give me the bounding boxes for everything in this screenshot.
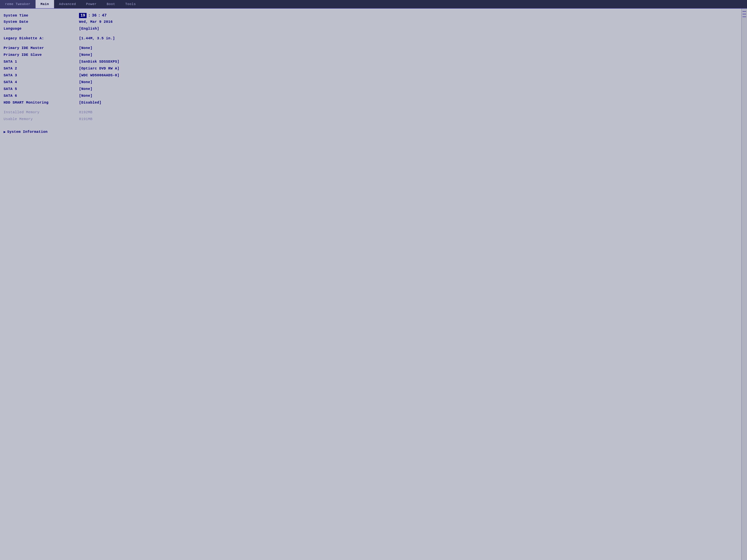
sata2-label: SATA 2: [4, 66, 79, 71]
primary-ide-master-value[interactable]: [None]: [79, 46, 93, 50]
menu-item-extreme-tweaker[interactable]: reme Tweaker: [0, 0, 35, 8]
sata2-row: SATA 2 [Optiarc DVD RW A]: [4, 66, 738, 72]
sata3-row: SATA 3 [WDC WD5000AADS-0]: [4, 73, 738, 79]
legacy-diskette-label: Legacy Diskette A:: [4, 36, 79, 41]
time-second: 47: [102, 13, 106, 18]
sata4-value[interactable]: [None]: [79, 80, 93, 84]
left-panel: System Time 19 : 36 : 47 System Date Wed…: [0, 9, 741, 560]
installed-memory-value: 8192MB: [79, 110, 93, 114]
usable-memory-value: 8191MB: [79, 117, 93, 121]
system-time-label: System Time: [4, 14, 79, 18]
system-date-value: Wed, Mar 9 2016: [79, 20, 113, 24]
installed-memory-row: Installed Memory 8192MB: [4, 110, 738, 116]
sata6-row: SATA 6 [None]: [4, 94, 738, 100]
language-label: Language: [4, 27, 79, 31]
sidebar-marker-2: [743, 14, 746, 15]
menu-item-boot[interactable]: Boot: [102, 0, 120, 8]
system-time-value: 19 : 36 : 47: [79, 13, 107, 18]
sata4-label: SATA 4: [4, 80, 79, 84]
legacy-diskette-row: Legacy Diskette A: [1.44M, 3.5 in.]: [4, 36, 738, 42]
menu-item-power[interactable]: Power: [81, 0, 102, 8]
primary-ide-slave-label: Primary IDE Slave: [4, 53, 79, 57]
system-date-label: System Date: [4, 20, 79, 24]
language-row: Language [English]: [4, 27, 738, 32]
system-information-link[interactable]: ▶ System Information: [4, 130, 738, 134]
menu-item-advanced[interactable]: Advanced: [54, 0, 81, 8]
primary-ide-master-label: Primary IDE Master: [4, 46, 79, 50]
time-sep1: :: [88, 13, 90, 18]
time-hour[interactable]: 19: [79, 13, 86, 18]
hdd-smart-row: HDD SMART Monitoring [Disabled]: [4, 101, 738, 106]
time-minute: 36: [92, 13, 97, 18]
sata6-value[interactable]: [None]: [79, 94, 93, 98]
installed-memory-label: Installed Memory: [4, 110, 79, 114]
usable-memory-label: Usable Memory: [4, 117, 79, 121]
system-time-row: System Time 19 : 36 : 47: [4, 13, 738, 19]
menu-item-main[interactable]: Main: [35, 0, 54, 8]
hdd-smart-label: HDD SMART Monitoring: [4, 101, 79, 105]
sata5-label: SATA 5: [4, 87, 79, 91]
sidebar-marker-3: [743, 17, 746, 17]
sata3-label: SATA 3: [4, 73, 79, 77]
sata5-value[interactable]: [None]: [79, 87, 93, 91]
sata1-value[interactable]: [SanDisk SDSSDXPS]: [79, 60, 120, 64]
sata1-row: SATA 1 [SanDisk SDSSDXPS]: [4, 60, 738, 65]
usable-memory-row: Usable Memory 8191MB: [4, 117, 738, 123]
sidebar-marker-1: [743, 11, 746, 12]
hdd-smart-value[interactable]: [Disabled]: [79, 101, 101, 105]
right-sidebar: [741, 9, 747, 560]
menu-item-tools[interactable]: Tools: [120, 0, 141, 8]
arrow-right-icon: ▶: [4, 130, 6, 134]
sata3-value[interactable]: [WDC WD5000AADS-0]: [79, 73, 120, 77]
sata1-label: SATA 1: [4, 60, 79, 64]
system-information-label: System Information: [7, 130, 48, 134]
system-date-row: System Date Wed, Mar 9 2016: [4, 20, 738, 26]
main-content: System Time 19 : 36 : 47 System Date Wed…: [0, 9, 747, 560]
sata5-row: SATA 5 [None]: [4, 87, 738, 92]
sata2-value[interactable]: [Optiarc DVD RW A]: [79, 66, 120, 71]
menu-bar: reme Tweaker Main Advanced Power Boot To…: [0, 0, 747, 9]
time-sep2: :: [98, 13, 100, 18]
legacy-diskette-value[interactable]: [1.44M, 3.5 in.]: [79, 36, 115, 41]
sata4-row: SATA 4 [None]: [4, 80, 738, 86]
primary-ide-master-row: Primary IDE Master [None]: [4, 46, 738, 52]
primary-ide-slave-row: Primary IDE Slave [None]: [4, 53, 738, 58]
primary-ide-slave-value[interactable]: [None]: [79, 53, 93, 57]
sata6-label: SATA 6: [4, 94, 79, 98]
language-value[interactable]: [English]: [79, 27, 99, 31]
